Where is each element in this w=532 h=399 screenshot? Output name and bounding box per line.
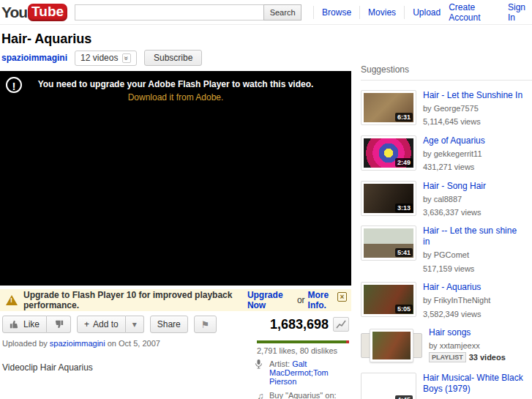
warning-icon: ! [6,295,18,305]
like-dislike-group: Like [2,316,71,333]
views-area: 1,683,698 [270,317,349,332]
suggestion-views: 5,114,645 views [423,117,481,126]
video-thumbnail[interactable]: 2:49 [361,135,416,171]
duration-badge: 4:45 [395,395,413,399]
suggestion-playlist-item[interactable]: Hair songs by xxtamjeexx PLAYLIST 33 vid… [361,327,532,365]
meta-row: Uploaded by spazioimmagini on Oct 5, 200… [0,333,351,355]
video-title: Hair- Aquarius [0,25,351,48]
video-description: Videoclip Hair Aquarius [2,359,93,399]
nav-upload[interactable]: Upload [404,6,449,19]
buy-label: Buy "Aquarius" on: [269,391,337,399]
flash-notice-text: Upgrade to Flash Player 10 for improved … [23,290,244,310]
share-button[interactable]: Share [150,316,188,333]
thumbs-down-icon [53,319,64,329]
search-input[interactable] [75,4,263,20]
video-thumbnail[interactable]: 5:05 [361,282,416,317]
or-text: or [297,295,305,305]
nav-movies[interactable]: Movies [359,6,404,19]
buy-row: ♫ Buy "Aquarius" on: AmazonMP3, iTunes [255,391,349,399]
suggestion-item[interactable]: 5:41 Hair -- Let the sun shine in by PGC… [361,225,532,275]
suggestion-title[interactable]: Age of Aquarius [423,135,525,146]
suggestions-heading: Suggestions [361,64,532,75]
suggestion-author: by FrikyInTheNight [423,296,490,305]
close-icon[interactable]: × [337,292,347,302]
add-to-label: Add to [93,319,119,329]
add-to-button[interactable]: + Add to [77,316,126,333]
uploader-videos-count: 12 videos [80,53,118,63]
suggestion-author: by gekkegerrit11 [423,149,482,158]
suggestion-author: by cal8887 [423,195,462,204]
watch-column: Hair- Aquarius spazioimmagini 12 videos … [0,25,351,399]
uploaded-line: Uploaded by spazioimmagini on Oct 5, 200… [2,339,160,355]
plus-icon: + [84,319,89,329]
duration-badge: 2:49 [395,158,413,167]
likes-column: 2,791 likes, 80 dislikes [257,339,349,355]
playlist-thumbnail[interactable] [361,327,422,365]
duration-badge: 6:31 [395,113,413,122]
suggestion-title[interactable]: Hair Musical- White Black Boys (1979) [423,373,525,395]
upgrade-now-link[interactable]: Upgrade Now [247,290,294,310]
suggestion-views: 3,636,337 views [423,208,482,217]
suggestion-title[interactable]: Hair - Let the Sunshine In [423,90,525,101]
uploader-meta-link[interactable]: spazioimmagini [50,339,105,348]
add-to-dropdown-button[interactable]: ▾ [126,316,144,333]
description-row: Videoclip Hair Aquarius Artist: Galt Mac… [0,355,351,399]
suggestions-sidebar: Suggestions 6:31 Hair - Let the Sunshine… [361,25,532,399]
suggestion-title[interactable]: Hair - Song Hair [423,181,525,192]
likes-ratio-bar [257,340,349,343]
suggestion-item[interactable]: 4:45 Hair Musical- White Black Boys (197… [361,373,532,399]
suggestion-author: by George7575 [423,104,479,113]
statistics-button[interactable] [333,317,349,332]
chevron-down-icon: » [122,53,131,63]
duration-badge: 3:13 [395,204,413,212]
suggestion-author: by xxtamjeexx [429,341,480,350]
suggestion-views: 3,582,349 views [423,310,482,318]
uploader-row: spazioimmagini 12 videos » Subscribe [0,48,351,71]
duration-badge: 5:05 [395,305,413,313]
create-account-link[interactable]: Create Account [449,2,489,23]
flag-button[interactable]: ⚑ [194,316,217,333]
flash-upgrade-notice: ! Upgrade to Flash Player 10 for improve… [0,289,351,311]
suggestion-item[interactable]: 5:05 Hair - Aquarius by FrikyInTheNight … [361,282,532,320]
dislike-button[interactable] [47,316,71,333]
flash-error-message: ! You need to upgrade your Adobe Flash P… [0,71,351,103]
download-adobe-link[interactable]: Download it from Adobe. [128,92,224,102]
suggestion-title[interactable]: Hair songs [429,327,531,338]
search-area: Search [75,4,301,20]
dropdown-arrow-icon: ▾ [132,319,137,329]
youtube-watch-page: YouTube Search Browse Movies Upload Crea… [0,0,532,399]
video-thumbnail[interactable]: 4:45 [361,373,416,399]
suggestion-title[interactable]: Hair - Aquarius [423,282,525,293]
video-thumbnail[interactable]: 5:41 [361,225,416,261]
suggestion-author: by PGComet [423,250,469,259]
likes-segment [257,340,346,343]
player-upgrade-text: You need to upgrade your Adobe Flash Pla… [38,77,314,89]
logo-you-text: You [1,4,27,21]
video-thumbnail[interactable]: 6:31 [361,90,416,125]
video-player[interactable]: ! You need to upgrade your Adobe Flash P… [0,71,351,286]
likes-dislikes-text: 2,791 likes, 80 dislikes [257,346,349,355]
suggestion-item[interactable]: 3:13 Hair - Song Hair by cal8887 3,636,3… [361,181,532,219]
artist-row: Artist: Galt MacDermot;Tom Pierson [255,359,349,386]
primary-nav: Browse Movies Upload [313,6,449,19]
suggestion-item[interactable]: 6:31 Hair - Let the Sunshine In by Georg… [361,90,532,128]
suggestion-views: 431,271 views [423,163,474,171]
search-button[interactable]: Search [263,4,301,20]
suggestion-title[interactable]: Hair -- Let the sun shine in [423,225,525,247]
dislikes-segment [346,340,349,343]
subscribe-button[interactable]: Subscribe [144,50,202,66]
suggestion-item[interactable]: 2:49 Age of Aquarius by gekkegerrit11 43… [361,135,532,174]
sign-in-link[interactable]: Sign In [508,2,526,23]
music-note-icon: ♫ [255,391,266,399]
duration-badge: 5:41 [395,248,413,257]
playlist-badge: PLAYLIST [429,352,466,362]
account-links: Create Account Sign In [449,2,526,23]
video-thumbnail[interactable]: 3:13 [361,181,416,216]
uploader-link[interactable]: spazioimmagini [1,53,67,63]
like-button[interactable]: Like [2,316,47,333]
microphone-icon [255,359,266,386]
youtube-logo[interactable]: YouTube [1,4,67,21]
nav-browse[interactable]: Browse [313,6,359,19]
uploader-videos-dropdown[interactable]: 12 videos » [75,51,137,66]
content-area: Hair- Aquarius spazioimmagini 12 videos … [0,25,532,399]
